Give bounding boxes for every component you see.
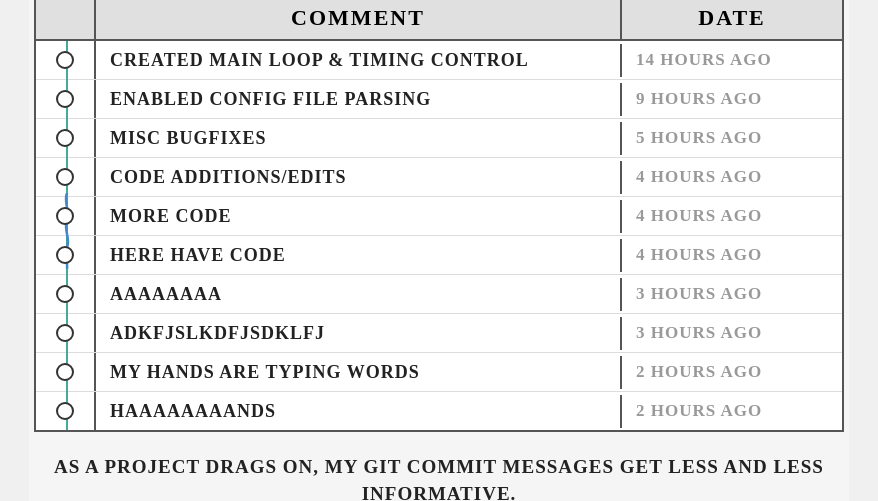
comment-cell: AAAAAAAA bbox=[96, 278, 622, 311]
indicator-cell bbox=[36, 119, 96, 157]
caption: AS A PROJECT DRAGS ON, MY GIT COMMIT MES… bbox=[29, 442, 849, 501]
table-row: CODE ADDITIONS/EDITS 4 HOURs AGo bbox=[36, 158, 842, 197]
indicator-cell bbox=[36, 80, 96, 118]
indicator-cell bbox=[36, 158, 96, 196]
date-cell: 5 HOURs AGO bbox=[622, 122, 842, 154]
commit-table: COMMENT DATE CREATED MAIN LOOP & TIMING … bbox=[34, 0, 844, 432]
table-row: CREATED MAIN LOOP & TIMING CONTROL 14 Ho… bbox=[36, 41, 842, 80]
date-cell: 3 Hours Ago bbox=[622, 278, 842, 310]
comment-header: COMMENT bbox=[96, 0, 622, 39]
table-body: CREATED MAIN LOOP & TIMING CONTROL 14 Ho… bbox=[36, 41, 842, 430]
table-row: HAAAAAAAANDS 2 HOURs AGO bbox=[36, 392, 842, 430]
table-row: MORE CODE 4 HOURs AGO bbox=[36, 197, 842, 236]
comment-cell: ADKFJSLKDFJSDKLFJ bbox=[96, 317, 622, 350]
table-header: COMMENT DATE bbox=[36, 0, 842, 41]
indicator-cell bbox=[36, 392, 96, 430]
table-row: MY HANDS ARE TYPING WORDS 2 HOURs AGO bbox=[36, 353, 842, 392]
date-cell: 4 HOURs AGO bbox=[622, 200, 842, 232]
indicator-cell bbox=[36, 314, 96, 352]
comment-cell: MORE CODE bbox=[96, 200, 622, 233]
commit-circle bbox=[56, 129, 74, 147]
commit-circle bbox=[56, 51, 74, 69]
table-row: ADKFJSLKDFJSDKLFJ 3 HouRs AGo bbox=[36, 314, 842, 353]
date-cell: 2 HOURs AGO bbox=[622, 395, 842, 427]
comment-cell: CODE ADDITIONS/EDITS bbox=[96, 161, 622, 194]
commit-circle bbox=[56, 90, 74, 108]
comment-cell: ENABLED CONFIG FILE PARSING bbox=[96, 83, 622, 116]
commit-circle bbox=[56, 324, 74, 342]
date-cell: 14 Hours Ago bbox=[622, 44, 842, 76]
main-container: COMMENT DATE CREATED MAIN LOOP & TIMING … bbox=[29, 0, 849, 501]
date-cell: 4 HouRs AGo bbox=[622, 239, 842, 271]
comment-cell: CREATED MAIN LOOP & TIMING CONTROL bbox=[96, 44, 622, 77]
commit-circle bbox=[56, 402, 74, 420]
comment-cell: MISC BUGFIXES bbox=[96, 122, 622, 155]
date-cell: 2 HOURs AGO bbox=[622, 356, 842, 388]
indicator-cell bbox=[36, 41, 96, 79]
date-cell: 3 HouRs AGo bbox=[622, 317, 842, 349]
commit-circle bbox=[56, 168, 74, 186]
comment-cell: HERE HAVE CODE bbox=[96, 239, 622, 272]
indicator-cell bbox=[36, 353, 96, 391]
table-row: AAAAAAAA 3 Hours Ago bbox=[36, 275, 842, 314]
table-row: HERE HAVE CODE 4 HouRs AGo bbox=[36, 236, 842, 275]
date-header: DATE bbox=[622, 0, 842, 39]
comment-cell: MY HANDS ARE TYPING WORDS bbox=[96, 356, 622, 389]
date-cell: 4 HOURs AGo bbox=[622, 161, 842, 193]
indicator-cell bbox=[36, 275, 96, 313]
indicator-header bbox=[36, 0, 96, 39]
table-row: ENABLED CONFIG FILE PARSING 9 HOURs AGO bbox=[36, 80, 842, 119]
commit-circle bbox=[56, 285, 74, 303]
table-row: MISC BUGFIXES 5 HOURs AGO bbox=[36, 119, 842, 158]
date-cell: 9 HOURs AGO bbox=[622, 83, 842, 115]
commit-circle bbox=[56, 363, 74, 381]
comment-cell: HAAAAAAAANDS bbox=[96, 395, 622, 428]
